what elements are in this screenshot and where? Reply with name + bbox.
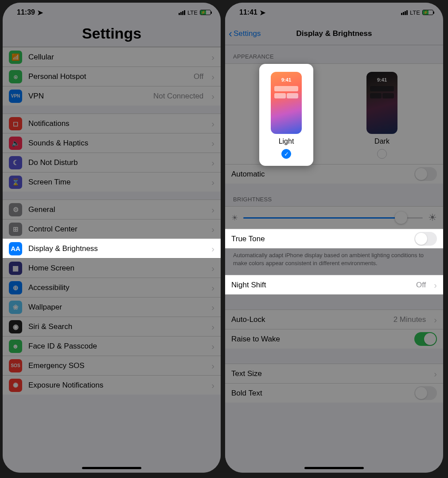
row-label: Face ID & Passcode — [28, 342, 205, 351]
battery-icon: ⚡ — [422, 10, 433, 15]
chevron-right-icon: › — [211, 244, 214, 253]
chevron-right-icon: › — [211, 322, 214, 331]
settings-row-sounds-haptics[interactable]: 🔈Sounds & Haptics› — [3, 133, 221, 153]
chevron-right-icon: › — [211, 158, 214, 167]
settings-row-control-center[interactable]: ⊞Control Center› — [3, 219, 221, 239]
appearance-option-dark[interactable]: 9:41 Dark — [366, 72, 397, 159]
page-title: Display & Brightness — [296, 29, 372, 38]
section-header-appearance: APPEARANCE — [225, 45, 443, 63]
chevron-right-icon: › — [211, 303, 214, 312]
toggle-bold-text[interactable] — [414, 386, 437, 400]
chevron-right-icon: › — [211, 381, 214, 390]
brightness-slider[interactable] — [243, 217, 423, 219]
row-true-tone[interactable]: True Tone — [225, 229, 443, 248]
settings-row-vpn[interactable]: VPNVPNNot Connected› — [3, 86, 221, 106]
row-label: Siri & Search — [28, 322, 205, 331]
row-icon: AA — [9, 242, 22, 255]
settings-row-notifications[interactable]: ◻Notifications› — [3, 114, 221, 133]
settings-row-display-brightness[interactable]: AADisplay & Brightness› — [3, 239, 221, 258]
row-label: Exposure Notifications — [28, 381, 205, 390]
settings-row-accessibility[interactable]: ⊕Accessibility› — [3, 278, 221, 297]
row-icon: ☻ — [9, 340, 22, 353]
row-icon: ⌛ — [9, 176, 22, 189]
settings-row-personal-hotspot[interactable]: ⍟Personal HotspotOff› — [3, 67, 221, 86]
row-night-shift[interactable]: Night Shift Off › — [225, 275, 443, 294]
signal-icon — [179, 10, 185, 15]
row-label: Display & Brightness — [28, 244, 205, 253]
status-bar: 11:41 ➤ LTE ⚡ — [225, 3, 443, 22]
settings-row-face-id-passcode[interactable]: ☻Face ID & Passcode› — [3, 336, 221, 356]
row-automatic[interactable]: Automatic — [225, 164, 443, 184]
appearance-option-light[interactable]: 9:41 Light ✓ — [271, 72, 302, 159]
chevron-right-icon: › — [211, 53, 214, 62]
chevron-right-icon: › — [211, 92, 214, 101]
toggle-raise-to-wake[interactable] — [414, 332, 437, 346]
row-value: Not Connected — [153, 92, 203, 101]
chevron-right-icon: › — [211, 119, 214, 128]
row-icon: ◉ — [9, 320, 22, 333]
sun-large-icon: ☀ — [428, 212, 437, 223]
toggle-true-tone[interactable] — [414, 232, 437, 246]
settings-row-exposure-notifications[interactable]: ✺Exposure Notifications› — [3, 375, 221, 395]
network-label: LTE — [410, 9, 420, 16]
chevron-right-icon: › — [211, 178, 214, 187]
true-tone-footer: Automatically adapt iPhone display based… — [225, 248, 443, 270]
chevron-right-icon: › — [211, 342, 214, 351]
page-title: Settings — [3, 22, 221, 47]
light-preview: 9:41 — [271, 72, 302, 134]
home-indicator[interactable] — [82, 467, 141, 469]
row-label: Sounds & Haptics — [28, 139, 205, 148]
row-value: Off — [194, 72, 203, 81]
row-icon: ☾ — [9, 156, 22, 169]
row-label: Personal Hotspot — [28, 72, 187, 81]
row-bold-text[interactable]: Bold Text — [225, 383, 443, 403]
row-icon: SOS — [9, 359, 22, 372]
row-label: Do Not Disturb — [28, 158, 205, 167]
location-icon: ➤ — [260, 8, 265, 17]
row-label: Wallpaper — [28, 303, 205, 312]
row-icon: ◻ — [9, 117, 22, 130]
chevron-right-icon: › — [211, 72, 214, 81]
chevron-right-icon: › — [211, 283, 214, 292]
row-raise-to-wake[interactable]: Raise to Wake — [225, 329, 443, 349]
brightness-slider-row: ☀ ☀ — [225, 206, 443, 229]
row-label: Control Center — [28, 225, 205, 234]
row-icon: ⊕ — [9, 281, 22, 294]
sun-small-icon: ☀ — [231, 213, 238, 223]
chevron-right-icon: › — [211, 139, 214, 148]
row-icon: ⍟ — [9, 70, 22, 83]
row-label: General — [28, 205, 205, 214]
appearance-picker: 9:41 Light ✓ 9:41 Dark — [225, 63, 443, 164]
settings-row-wallpaper[interactable]: ❀Wallpaper› — [3, 297, 221, 317]
settings-row-cellular[interactable]: 📶Cellular› — [3, 47, 221, 67]
status-bar: 11:39 ➤ LTE ⚡ — [3, 3, 221, 22]
row-text-size[interactable]: Text Size › — [225, 364, 443, 383]
section-header-brightness: BRIGHTNESS — [225, 184, 443, 206]
row-icon: ⊞ — [9, 223, 22, 236]
settings-row-emergency-sos[interactable]: SOSEmergency SOS› — [3, 356, 221, 375]
chevron-right-icon: › — [211, 264, 214, 273]
toggle-automatic[interactable] — [414, 167, 437, 181]
chevron-right-icon: › — [434, 281, 437, 290]
radio-checked-icon: ✓ — [281, 149, 291, 159]
back-button[interactable]: ‹ Settings — [229, 22, 261, 45]
row-auto-lock[interactable]: Auto-Lock 2 Minutes › — [225, 310, 443, 329]
settings-row-do-not-disturb[interactable]: ☾Do Not Disturb› — [3, 153, 221, 172]
settings-row-home-screen[interactable]: ▦Home Screen› — [3, 258, 221, 278]
row-icon: ▦ — [9, 262, 22, 275]
row-icon: ✺ — [9, 379, 22, 392]
row-label: Screen Time — [28, 178, 205, 187]
location-icon: ➤ — [37, 8, 43, 17]
settings-row-siri-search[interactable]: ◉Siri & Search› — [3, 317, 221, 336]
settings-row-general[interactable]: ⚙General› — [3, 200, 221, 219]
chevron-left-icon: ‹ — [229, 27, 232, 40]
chevron-right-icon: › — [211, 205, 214, 214]
clock: 11:39 — [17, 8, 35, 16]
chevron-right-icon: › — [211, 361, 214, 370]
home-indicator[interactable] — [304, 467, 364, 469]
settings-row-screen-time[interactable]: ⌛Screen Time› — [3, 172, 221, 192]
row-label: Home Screen — [28, 264, 205, 273]
chevron-right-icon: › — [211, 225, 214, 234]
battery-icon: ⚡ — [200, 10, 211, 15]
right-phone-display-brightness: 11:41 ➤ LTE ⚡ ‹ Settings Display & Brigh… — [225, 3, 443, 473]
